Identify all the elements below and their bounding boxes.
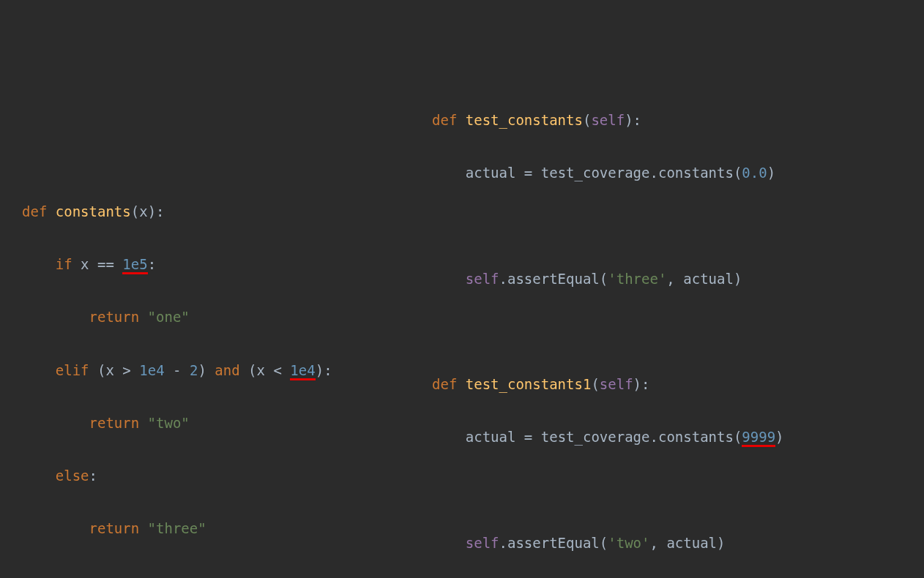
dot: . bbox=[649, 165, 657, 181]
number-arg: 9999 bbox=[742, 429, 775, 447]
string-one: "one" bbox=[148, 309, 190, 325]
keyword-def: def bbox=[432, 376, 457, 392]
keyword-elif: elif bbox=[56, 362, 89, 378]
paren-close: ) bbox=[717, 535, 725, 551]
paren-close: ) bbox=[198, 362, 206, 378]
paren-open: ( bbox=[97, 362, 105, 378]
module-name: test_coverage bbox=[541, 429, 650, 445]
keyword-else: else bbox=[56, 468, 89, 484]
code-line: actual = test_coverage.constants(9999) bbox=[432, 424, 924, 450]
paren-close: ) bbox=[775, 429, 783, 445]
code-line: def test_constants(self): bbox=[432, 107, 924, 133]
function-name: test_constants1 bbox=[466, 376, 592, 392]
dot: . bbox=[649, 429, 657, 445]
operator-eq: = bbox=[524, 429, 532, 445]
operator-lt: < bbox=[273, 362, 281, 378]
colon: : bbox=[148, 256, 156, 272]
param-self: self bbox=[591, 112, 625, 128]
method-name: assertEqual bbox=[507, 535, 600, 551]
number-2: 2 bbox=[190, 362, 198, 378]
code-line: return "two" bbox=[22, 410, 425, 436]
operator-eqeq: == bbox=[97, 256, 114, 272]
keyword-return: return bbox=[89, 520, 140, 536]
operator-gt: > bbox=[122, 362, 130, 378]
number-1e4: 1e4 bbox=[290, 363, 315, 380]
number-1e5: 1e5 bbox=[122, 257, 147, 274]
var-actual: actual bbox=[466, 165, 516, 181]
var-x: x bbox=[257, 362, 265, 378]
paren-close: ) bbox=[625, 112, 633, 128]
blank-line bbox=[432, 212, 924, 239]
code-line: elif (x > 1e4 - 2) and (x < 1e4): bbox=[22, 357, 425, 383]
var-actual: actual bbox=[466, 429, 516, 445]
code-line: else: bbox=[22, 462, 425, 489]
call-name: constants bbox=[658, 429, 734, 445]
comma: , bbox=[666, 271, 674, 287]
paren-open: ( bbox=[600, 271, 608, 287]
code-line: if x == 1e5: bbox=[22, 251, 425, 277]
colon: : bbox=[641, 376, 649, 392]
colon: : bbox=[324, 362, 332, 378]
code-line: return "three" bbox=[22, 515, 425, 541]
paren-close: ) bbox=[767, 165, 775, 181]
code-line: return "one" bbox=[22, 304, 425, 330]
blank-line bbox=[432, 476, 924, 503]
code-line: def test_constants1(self): bbox=[432, 371, 924, 397]
operator-eq: = bbox=[524, 165, 532, 181]
keyword-def: def bbox=[22, 203, 47, 219]
operator-minus: - bbox=[173, 362, 181, 378]
keyword-if: if bbox=[56, 256, 72, 272]
code-line: self.assertEqual('three', actual) bbox=[432, 266, 924, 292]
var-x: x bbox=[105, 362, 113, 378]
blank-line bbox=[432, 318, 924, 345]
code-line: def constants(x): bbox=[22, 198, 425, 225]
colon: : bbox=[633, 112, 641, 128]
paren-open: ( bbox=[734, 165, 742, 181]
self-ref: self bbox=[466, 271, 499, 287]
paren-close: ) bbox=[316, 362, 324, 378]
function-name: constants bbox=[56, 203, 131, 219]
paren-open: ( bbox=[734, 429, 742, 445]
param-x: x bbox=[139, 203, 147, 219]
keyword-def: def bbox=[432, 112, 457, 128]
paren-open: ( bbox=[600, 535, 608, 551]
paren-open: ( bbox=[131, 203, 139, 219]
paren-open: ( bbox=[591, 376, 599, 392]
var-actual: actual bbox=[666, 535, 717, 551]
colon: : bbox=[89, 468, 97, 484]
method-name: assertEqual bbox=[507, 271, 600, 287]
code-line: actual = test_coverage.constants(0.0) bbox=[432, 159, 924, 186]
keyword-return: return bbox=[89, 415, 140, 431]
function-name: test_constants bbox=[466, 112, 583, 128]
param-self: self bbox=[600, 376, 633, 392]
string-arg: 'two' bbox=[608, 535, 649, 551]
left-code-pane[interactable]: def constants(x): if x == 1e5: return "o… bbox=[0, 0, 425, 578]
paren-open: ( bbox=[583, 112, 591, 128]
paren-close: ) bbox=[148, 203, 156, 219]
var-actual: actual bbox=[683, 271, 734, 287]
string-arg: 'three' bbox=[608, 271, 666, 287]
self-ref: self bbox=[466, 535, 499, 551]
string-two: "two" bbox=[148, 415, 190, 431]
keyword-and: and bbox=[215, 362, 239, 378]
dot: . bbox=[499, 271, 507, 287]
code-line: self.assertEqual('two', actual) bbox=[432, 530, 924, 556]
var-x: x bbox=[81, 256, 89, 272]
paren-close: ) bbox=[633, 376, 641, 392]
dot: . bbox=[499, 535, 507, 551]
paren-open: ( bbox=[248, 362, 256, 378]
paren-close: ) bbox=[734, 271, 742, 287]
number-arg: 0.0 bbox=[742, 165, 767, 181]
comma: , bbox=[649, 535, 657, 551]
right-code-pane[interactable]: def test_constants(self): actual = test_… bbox=[425, 0, 924, 578]
module-name: test_coverage bbox=[541, 165, 650, 181]
number-1e4: 1e4 bbox=[139, 362, 164, 378]
keyword-return: return bbox=[89, 309, 140, 325]
call-name: constants bbox=[658, 165, 734, 181]
string-three: "three" bbox=[148, 520, 206, 536]
colon: : bbox=[156, 203, 164, 219]
